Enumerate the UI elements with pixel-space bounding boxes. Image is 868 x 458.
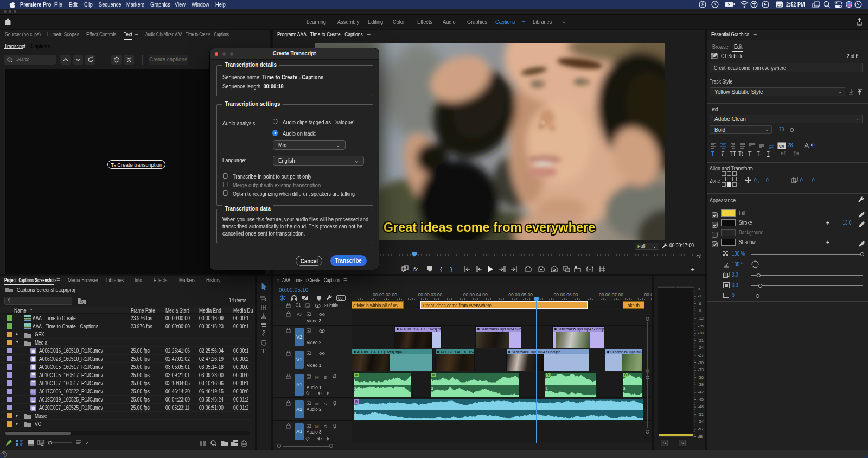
svg-text:-27: -27 [698, 353, 704, 358]
svg-text:-51: -51 [698, 412, 704, 417]
svg-text:S: S [324, 375, 327, 379]
svg-text:Great ideas come from everywhe: Great ideas come from everywhere [384, 220, 596, 234]
svg-text:fx: fx [413, 266, 418, 272]
svg-text:S: S [324, 402, 327, 406]
svg-text:00:00:08:00: 00:00:08:00 [644, 292, 652, 297]
svg-text:-30: -30 [698, 360, 704, 365]
svg-text:-18: -18 [698, 330, 704, 335]
svg-text:+: + [691, 265, 695, 273]
svg-text:-36: -36 [698, 375, 704, 380]
svg-text:-39: -39 [698, 382, 704, 387]
svg-text:M: M [315, 402, 319, 406]
svg-text:-12: -12 [698, 316, 704, 321]
svg-text:-57: -57 [698, 427, 704, 431]
svg-text:00:00:07:00: 00:00:07:00 [599, 292, 623, 297]
svg-text:-45: -45 [698, 397, 704, 402]
svg-text:M: M [315, 424, 319, 429]
svg-text:-54: -54 [698, 419, 704, 424]
svg-text:-9: -9 [698, 308, 701, 313]
svg-text:00:00:03:00: 00:00:03:00 [418, 292, 442, 297]
svg-text:-3: -3 [698, 294, 701, 298]
svg-text:00:00:06:00: 00:00:06:00 [554, 292, 578, 297]
svg-text:{: { [440, 266, 442, 272]
svg-text:M: M [315, 375, 319, 379]
svg-text:00:00:05:00: 00:00:05:00 [508, 292, 533, 297]
svg-text:VA: VA [779, 144, 785, 149]
svg-text:T: T [261, 347, 266, 355]
svg-text:-21: -21 [698, 338, 704, 343]
svg-text:S: S [324, 424, 327, 429]
svg-text:dB: dB [698, 434, 703, 439]
svg-text:-6: -6 [698, 301, 701, 306]
svg-text:-42: -42 [698, 390, 704, 395]
svg-text:0: 0 [698, 287, 700, 291]
svg-text:-15: -15 [698, 323, 704, 328]
svg-text:29: 29 [777, 3, 782, 8]
svg-text:00:00:04:00: 00:00:04:00 [463, 292, 488, 297]
svg-text:}: } [450, 266, 452, 272]
svg-text:-24: -24 [698, 345, 704, 350]
svg-text:-48: -48 [698, 404, 704, 409]
svg-text:-33: -33 [698, 367, 704, 372]
svg-text:00:00:02:00: 00:00:02:00 [373, 292, 397, 297]
